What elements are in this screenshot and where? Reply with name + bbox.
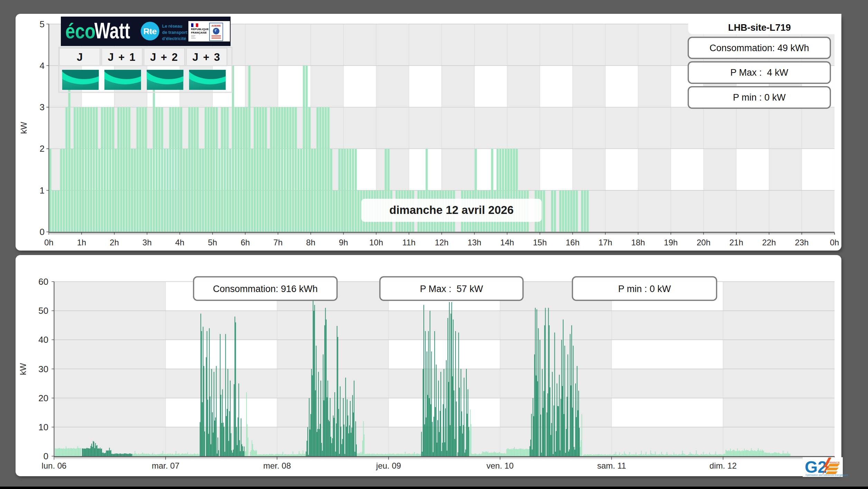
svg-text:0: 0 xyxy=(40,227,45,237)
svg-text:9h: 9h xyxy=(339,238,348,247)
svg-text:mar. 07: mar. 07 xyxy=(152,461,179,470)
svg-text:40: 40 xyxy=(38,335,48,345)
svg-text:2h: 2h xyxy=(110,238,119,247)
svg-text:20: 20 xyxy=(38,393,48,403)
svg-text:Consommation: 916 kWh: Consommation: 916 kWh xyxy=(213,284,318,294)
svg-text:14h: 14h xyxy=(500,238,514,247)
svg-text:P min : 0 kW: P min : 0 kW xyxy=(733,92,786,103)
svg-text:0h: 0h xyxy=(44,238,54,247)
svg-text:FRANÇAISE: FRANÇAISE xyxy=(191,31,207,34)
svg-text:RÉPUBLIQUE: RÉPUBLIQUE xyxy=(191,28,209,31)
svg-text:13h: 13h xyxy=(467,238,481,247)
svg-text:5h: 5h xyxy=(208,238,217,247)
svg-text:P min : 0 kW: P min : 0 kW xyxy=(618,284,671,294)
svg-text:Le réseau: Le réseau xyxy=(162,24,182,29)
svg-text:4h: 4h xyxy=(175,238,185,247)
svg-text:17h: 17h xyxy=(598,238,612,247)
svg-text:d’électricité: d’électricité xyxy=(162,36,186,41)
svg-text:50: 50 xyxy=(38,305,48,316)
svg-text:Consommation: 49 kWh: Consommation: 49 kWh xyxy=(709,43,809,53)
svg-text:kW: kW xyxy=(18,363,28,375)
svg-text:P Max : 4 kW: P Max : 4 kW xyxy=(730,67,788,78)
svg-text:dimanche 12 avril 2026: dimanche 12 avril 2026 xyxy=(389,204,514,216)
svg-text:0: 0 xyxy=(44,451,48,461)
svg-text:15h: 15h xyxy=(533,238,547,247)
svg-text:J + 2: J + 2 xyxy=(150,51,178,63)
svg-text:mer. 08: mer. 08 xyxy=(263,461,291,470)
svg-text:ven. 10: ven. 10 xyxy=(486,461,514,470)
svg-text:21h: 21h xyxy=(729,238,743,247)
svg-text:10: 10 xyxy=(38,422,48,432)
svg-text:dim. 12: dim. 12 xyxy=(709,461,737,470)
svg-text:23h: 23h xyxy=(795,238,809,247)
svg-text:6h: 6h xyxy=(241,238,250,247)
svg-text:4: 4 xyxy=(40,60,45,71)
svg-text:lun. 06: lun. 06 xyxy=(41,461,66,470)
svg-text:Watt: Watt xyxy=(94,19,130,43)
svg-text:1h: 1h xyxy=(77,238,86,247)
svg-text:10h: 10h xyxy=(369,238,383,247)
svg-text:20h: 20h xyxy=(697,238,710,247)
svg-text:11h: 11h xyxy=(402,238,416,247)
svg-text:3: 3 xyxy=(40,102,45,112)
svg-text:J + 1: J + 1 xyxy=(108,51,136,63)
svg-text:7h: 7h xyxy=(273,238,283,247)
svg-text:Rte: Rte xyxy=(143,27,157,36)
svg-text:16h: 16h xyxy=(566,238,579,247)
svg-text:2: 2 xyxy=(40,143,45,154)
svg-text:jeu. 09: jeu. 09 xyxy=(376,461,401,470)
svg-text:Optimisation des ressources én: Optimisation des ressources énergétiques xyxy=(805,474,848,477)
svg-text:30: 30 xyxy=(38,364,48,374)
svg-text:de transport: de transport xyxy=(162,30,188,35)
svg-text:18h: 18h xyxy=(631,238,645,247)
svg-text:5: 5 xyxy=(40,19,45,29)
svg-text:LHB-site-L719: LHB-site-L719 xyxy=(728,22,791,33)
svg-text:P Max : 57 kW: P Max : 57 kW xyxy=(420,284,483,294)
svg-text:1: 1 xyxy=(40,185,45,196)
svg-text:sam. 11: sam. 11 xyxy=(597,461,626,470)
svg-text:FRANCE: FRANCE xyxy=(828,461,840,464)
svg-text:12h: 12h xyxy=(435,238,449,247)
svg-text:J: J xyxy=(77,51,83,63)
svg-text:0h: 0h xyxy=(830,238,839,247)
svg-text:19h: 19h xyxy=(664,238,678,247)
svg-text:kW: kW xyxy=(19,122,28,134)
svg-text:22h: 22h xyxy=(762,238,776,247)
svg-text:3h: 3h xyxy=(142,238,152,247)
svg-text:éco: éco xyxy=(65,19,95,43)
svg-text:60: 60 xyxy=(38,276,48,287)
svg-text:8h: 8h xyxy=(306,238,316,247)
svg-text:ADEME: ADEME xyxy=(212,24,221,27)
svg-text:J + 3: J + 3 xyxy=(193,51,221,63)
